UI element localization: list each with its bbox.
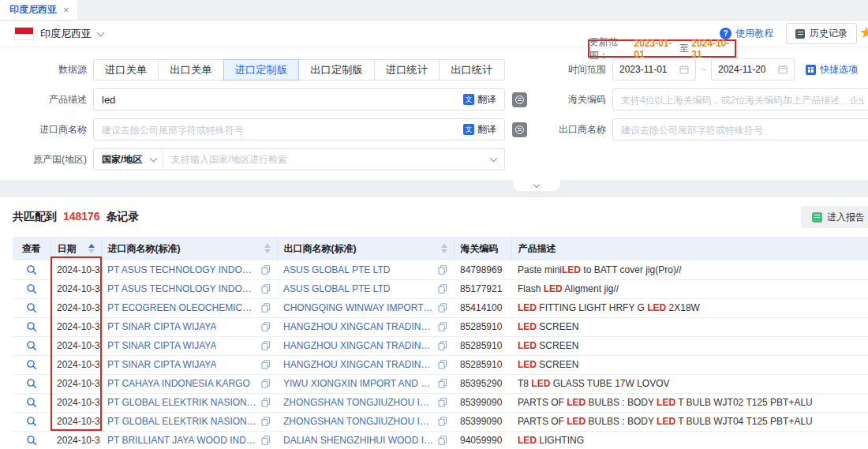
copy-icon[interactable] [438,265,447,275]
exporter-link[interactable]: ZHONGSHAN TONGJIUZHOU INTERNA... [283,397,435,408]
translate-label: 翻译 [477,123,496,137]
tab-export-declarations[interactable]: 出口关单 [158,59,223,80]
quick-options-button[interactable]: 快捷选项 [806,63,858,77]
origin-select-value: 国家/地区 [102,153,142,167]
table-row: 2024-10-31 PT GLOBAL ELEKTRIK NASIONAL Z… [13,412,868,431]
exporter-link[interactable]: HANGZHOU XINGCAN TRADING CO LTD [283,340,435,351]
view-record-button[interactable] [13,355,51,374]
favorite-star-icon[interactable]: ★ [859,23,868,42]
tab-import-declarations[interactable]: 进口关单 [93,59,159,80]
row-product-desc: LED SCREEN [511,355,868,374]
view-record-button[interactable] [13,374,51,393]
copy-icon[interactable] [438,360,447,369]
col-importer[interactable]: 进口商名称(标准) [101,237,277,260]
translate-button[interactable]: 文 翻译 [455,119,504,140]
copy-icon[interactable] [438,398,447,407]
copy-icon[interactable] [261,379,271,388]
sort-icon[interactable] [264,244,271,253]
row-date: 2024-10-31 [51,260,101,279]
row-date: 2024-10-31 [51,431,101,449]
copy-icon[interactable] [261,284,271,294]
importer-link[interactable]: PT GLOBAL ELEKTRIK NASIONAL [107,397,258,408]
copy-icon[interactable] [261,341,271,350]
origin-select[interactable]: 国家/地区 [94,149,163,170]
tab-indonesia[interactable]: 印度尼西亚 × [0,0,77,20]
magnifier-icon [26,340,37,351]
magnifier-icon [26,397,37,408]
copy-icon[interactable] [261,436,271,445]
exporter-link[interactable]: HANGZHOU XINGCAN TRADING CO LTD [283,321,435,332]
col-date[interactable]: 日期 [51,237,101,260]
importer-link[interactable]: PT ASUS TECHNOLOGY INDONESIA BA... [107,283,258,294]
view-record-button[interactable] [13,317,51,336]
importer-input[interactable] [93,118,505,140]
hs-code-input[interactable] [612,88,868,110]
update-range-label: 更新范围： [589,36,632,62]
tab-bar: 印度尼西亚 × [0,0,868,21]
copy-icon[interactable] [438,303,447,312]
date-to-picker[interactable]: 2024-11-20 [711,58,795,80]
tab-import-statistics[interactable]: 进口统计 [374,59,440,80]
importer-link[interactable]: PT SINAR CIPTA WIJAYA [107,321,216,332]
importer-link[interactable]: PT CAHAYA INDONESIA KARGO [107,378,250,389]
row-date: 2024-10-31 [51,393,101,412]
exporter-link[interactable]: HANGZHOU XINGCAN TRADING CO LTD [283,359,435,370]
importer-link[interactable]: PT GLOBAL ELEKTRIK NASIONAL [107,416,258,427]
importer-link[interactable]: PT BRILLIANT JAYA WOOD INDUSTRY [107,435,258,446]
copy-icon[interactable] [438,322,447,331]
exporter-link[interactable]: ZHONGSHAN TONGJIUZHOU INTERNA... [283,416,435,427]
enter-report-button[interactable]: 进入报告 [801,206,868,228]
col-view: 查看 [13,237,51,260]
view-record-button[interactable] [13,431,51,449]
importer-link[interactable]: PT SINAR CIPTA WIJAYA [107,340,216,351]
results-count: 148176 [63,210,100,223]
row-product-desc: LED SCREEN [511,317,868,336]
view-record-button[interactable] [13,298,51,317]
tab-export-statistics[interactable]: 出口统计 [439,59,504,80]
sort-icon[interactable] [441,244,447,253]
exporter-link[interactable]: YIWU XIONGXIN IMPORT AND EXPORT... [283,378,435,389]
col-exporter[interactable]: 出口商名称(标准) [277,237,454,260]
collapse-toggle[interactable] [513,180,560,191]
importer-link[interactable]: PT SINAR CIPTA WIJAYA [107,359,216,370]
history-button[interactable]: 历史记录 [786,23,857,44]
copy-icon[interactable] [261,303,271,312]
copy-icon[interactable] [438,417,447,426]
copy-icon[interactable] [261,417,271,426]
translate-button[interactable]: 文 翻译 [455,89,504,110]
view-record-button[interactable] [13,279,51,298]
tab-export-custom[interactable]: 出口定制版 [298,59,375,80]
view-record-button[interactable] [13,412,51,431]
origin-placeholder: 支持输入国家/地区进行检索 [171,153,287,167]
copy-icon[interactable] [438,436,447,445]
row-date: 2024-10-31 [51,374,101,393]
copy-icon[interactable] [261,360,271,369]
importer-link[interactable]: PT ASUS TECHNOLOGY INDONESIA BA... [107,264,258,275]
copy-icon[interactable] [438,379,447,388]
close-icon[interactable]: × [63,5,69,15]
table-row: 2024-10-31 PT CAHAYA INDONESIA KARGO YIW… [13,374,868,393]
exporter-link[interactable]: ASUS GLOBAL PTE LTD [283,264,390,275]
exporter-link[interactable]: ASUS GLOBAL PTE LTD [283,283,390,294]
sort-icon[interactable] [88,244,95,253]
product-desc-input[interactable] [93,88,505,110]
copy-icon[interactable] [438,341,447,350]
view-record-button[interactable] [13,336,51,355]
copy-icon[interactable] [438,284,447,294]
view-record-button[interactable] [13,260,51,279]
copy-icon[interactable] [261,322,271,331]
match-mode-icon[interactable] [512,122,527,137]
chevron-down-icon[interactable] [97,28,105,36]
exporter-link[interactable]: CHONGQING WINWAY IMPORT AND E... [283,302,435,313]
copy-icon[interactable] [261,265,271,275]
translate-icon: 文 [463,124,474,135]
exporter-input[interactable] [612,118,868,140]
exporter-link[interactable]: DALIAN SHENGZHIHUI WOOD INDUST... [283,435,435,446]
tab-import-custom[interactable]: 进口定制版 [223,59,300,80]
view-record-button[interactable] [13,393,51,412]
importer-link[interactable]: PT ECOGREEN OLEOCHEMICALS [107,302,258,313]
copy-icon[interactable] [261,398,271,407]
match-mode-icon[interactable] [512,92,527,107]
origin-search-input[interactable]: 支持输入国家/地区进行检索 [163,153,504,167]
table-row: 2024-10-31 PT SINAR CIPTA WIJAYA HANGZHO… [13,336,868,355]
